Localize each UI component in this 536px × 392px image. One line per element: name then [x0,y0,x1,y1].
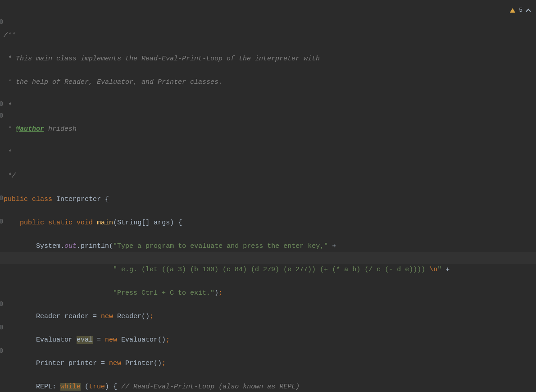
fold-mark[interactable] [0,101,3,106]
fold-mark[interactable] [0,19,3,24]
code-line[interactable]: Reader reader = new Reader(); [4,311,536,323]
warning-count: 5 [519,5,522,16]
fold-mark[interactable] [0,196,3,200]
code-line[interactable]: public static void main(String[] args) { [4,217,536,229]
code-line[interactable]: Printer printer = new Printer(); [4,358,536,369]
code-line[interactable]: * the help of Reader, Evaluator, and Pri… [4,77,536,88]
warning-icon [510,8,515,13]
fold-mark[interactable] [0,348,3,353]
chevron-up-icon[interactable] [526,8,531,13]
code-line[interactable]: * @author hridesh [4,123,536,135]
fold-mark[interactable] [0,113,3,118]
code-line[interactable]: "Press Ctrl + C to exit."); [4,287,536,299]
code-content[interactable]: /** * This main class implements the Rea… [4,18,536,392]
code-line[interactable]: * [4,100,536,112]
fold-mark[interactable] [0,301,3,306]
code-line[interactable]: /** [4,30,536,41]
code-editor[interactable]: 5 /** * This main class implements the R… [0,0,536,392]
code-line[interactable]: * [4,147,536,159]
code-line[interactable]: Evaluator eval = new Evaluator(); [4,334,536,346]
code-line[interactable]: System.out.println("Type a program to ev… [4,241,536,252]
fold-mark[interactable] [0,325,3,329]
code-line[interactable]: REPL: while (true) { // Read-Eval-Print-… [4,381,536,392]
code-line[interactable]: public class Interpreter { [4,194,536,205]
code-line[interactable]: * This main class implements the Read-Ev… [4,53,536,65]
inspection-indicator[interactable]: 5 [510,5,531,16]
fold-mark[interactable] [0,219,3,223]
code-line[interactable]: */ [4,170,536,182]
code-line[interactable]: " e.g. (let ((a 3) (b 100) (c 84) (d 279… [4,264,536,276]
